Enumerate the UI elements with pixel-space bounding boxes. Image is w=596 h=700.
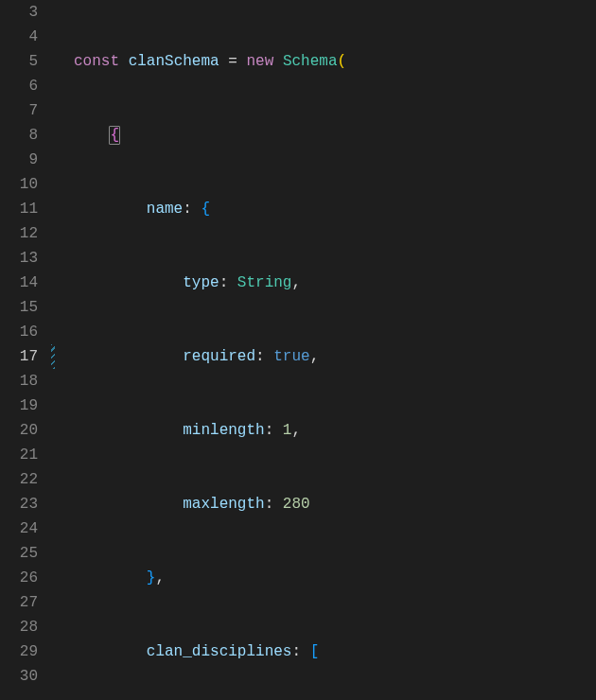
- line-number: 21: [0, 443, 38, 467]
- code-line[interactable]: required: true,: [74, 344, 596, 369]
- line-number: 26: [0, 566, 38, 590]
- class-Schema: Schema: [283, 53, 338, 70]
- line-number: 22: [0, 467, 38, 492]
- line-number: 8: [0, 123, 38, 148]
- line-number-active: 17: [0, 344, 38, 369]
- line-number: 5: [0, 49, 38, 74]
- code-line[interactable]: minlength: 1,: [74, 418, 596, 443]
- line-number: 7: [0, 98, 38, 123]
- colon: :: [265, 496, 274, 513]
- line-number: 15: [0, 295, 38, 320]
- class-String: String: [237, 274, 292, 291]
- key-minlength: minlength: [183, 422, 264, 439]
- colon: :: [183, 201, 192, 218]
- colon: :: [219, 274, 229, 291]
- code-line[interactable]: clan_disciplines: [: [74, 639, 596, 664]
- code-line[interactable]: name: {: [74, 197, 596, 221]
- comma: ,: [291, 422, 301, 439]
- line-number: 29: [0, 639, 38, 664]
- code-line[interactable]: const clanSchema = new Schema(: [74, 49, 596, 74]
- line-number: 10: [0, 172, 38, 197]
- brace-close: }: [147, 569, 156, 586]
- key-required: required: [183, 348, 255, 365]
- line-number: 3: [0, 0, 38, 25]
- code-line[interactable]: {: [74, 123, 596, 148]
- line-number: 19: [0, 394, 38, 418]
- code-editor[interactable]: 3 4 5 6 7 8 9 10 11 12 13 14 15 16 17 18…: [0, 0, 596, 700]
- line-number: 30: [0, 664, 38, 689]
- comma: ,: [291, 274, 301, 291]
- code-line[interactable]: type: String,: [74, 271, 596, 295]
- brace-open: {: [201, 201, 210, 218]
- bool-true: true: [273, 348, 309, 365]
- number-280: 280: [283, 496, 310, 513]
- key-name: name: [147, 201, 183, 218]
- comma: ,: [310, 348, 320, 365]
- line-number: 11: [0, 197, 38, 221]
- line-number: 13: [0, 246, 38, 271]
- line-number: 24: [0, 516, 38, 541]
- bracket-open: [: [310, 643, 320, 660]
- code-line[interactable]: },: [74, 566, 596, 590]
- comma: ,: [155, 569, 165, 586]
- colon: :: [265, 422, 274, 439]
- identifier-clanSchema: clanSchema: [129, 53, 219, 70]
- paren-open: (: [337, 53, 346, 70]
- line-number: 12: [0, 221, 38, 246]
- line-number: 25: [0, 541, 38, 566]
- line-number: 18: [0, 369, 38, 394]
- line-number: 23: [0, 492, 38, 516]
- line-number: 20: [0, 418, 38, 443]
- key-clan-disciplines: clan_disciplines: [147, 643, 292, 660]
- colon: :: [255, 348, 265, 365]
- line-number-gutter: 3 4 5 6 7 8 9 10 11 12 13 14 15 16 17 18…: [0, 0, 51, 700]
- code-area[interactable]: const clanSchema = new Schema( { name: {…: [55, 0, 596, 700]
- line-number: 28: [0, 615, 38, 639]
- key-maxlength: maxlength: [183, 496, 264, 513]
- key-type: type: [183, 274, 219, 291]
- keyword-new: new: [246, 53, 273, 70]
- line-number: 27: [0, 590, 38, 615]
- code-line[interactable]: maxlength: 280: [74, 492, 596, 516]
- line-number: 4: [0, 25, 38, 49]
- line-number: 14: [0, 271, 38, 295]
- operator-eq: =: [219, 53, 247, 70]
- line-number: 16: [0, 320, 38, 344]
- brace-open: {: [109, 126, 120, 145]
- keyword-const: const: [74, 53, 119, 70]
- line-number: 6: [0, 74, 38, 98]
- line-number: 9: [0, 148, 38, 172]
- colon: :: [291, 643, 301, 660]
